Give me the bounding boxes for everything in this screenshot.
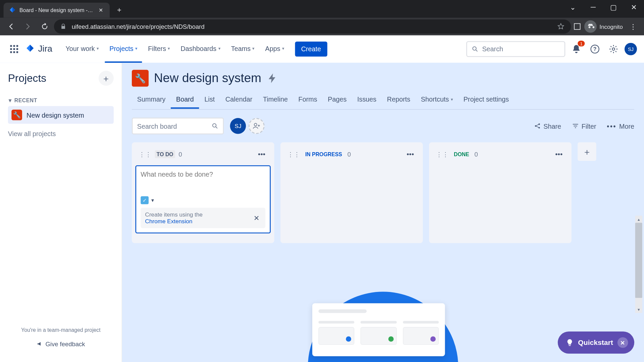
column-title: DONE <box>452 150 471 158</box>
tab-search-icon[interactable]: ⌄ <box>562 0 583 14</box>
drag-handle-icon[interactable]: ⋮⋮ <box>139 151 151 158</box>
tab-timeline[interactable]: Timeline <box>258 91 293 109</box>
search-icon <box>211 122 218 129</box>
app-switcher-button[interactable] <box>7 42 21 56</box>
nav-filters[interactable]: Filters▾ <box>144 35 174 62</box>
project-icon: 🔧 <box>11 110 22 120</box>
hint-close-icon[interactable]: ✕ <box>252 212 261 224</box>
incognito-icon <box>584 20 597 33</box>
tab-pages[interactable]: Pages <box>322 91 352 109</box>
create-button[interactable]: Create <box>295 41 327 56</box>
global-search[interactable]: Search <box>466 41 565 57</box>
jira-logo-icon <box>25 44 36 54</box>
quickstart-button[interactable]: Quickstart ✕ <box>558 331 634 354</box>
nav-your-work[interactable]: Your work▾ <box>61 35 103 62</box>
add-person-icon <box>253 122 261 130</box>
notifications-button[interactable]: 1 <box>569 41 584 56</box>
new-tab-button[interactable]: ＋ <box>113 4 126 16</box>
issue-type-icon[interactable]: ✓ <box>141 196 149 204</box>
extensions-icon[interactable] <box>573 22 582 31</box>
help-icon: ? <box>590 44 600 54</box>
help-button[interactable]: ? <box>587 41 602 56</box>
column-to-do: ⋮⋮TO DO0•••✓▾Create items using theChrom… <box>132 142 274 243</box>
automation-icon[interactable] <box>267 72 278 84</box>
nav-dashboards[interactable]: Dashboards▾ <box>176 35 225 62</box>
chevron-down-icon[interactable]: ▾ <box>151 197 154 203</box>
create-card[interactable]: ✓▾Create items using theChrome Extension… <box>136 165 271 233</box>
nav-apps[interactable]: Apps▾ <box>261 35 288 62</box>
svg-point-0 <box>473 47 476 50</box>
svg-point-3 <box>612 48 614 50</box>
tab-shortcuts[interactable]: Shortcuts ▾ <box>416 91 458 109</box>
share-button[interactable]: Share <box>534 122 561 130</box>
column-done: ⋮⋮DONE0••• <box>429 142 572 243</box>
incognito-indicator[interactable]: Incognito <box>584 20 623 33</box>
view-all-projects-link[interactable]: View all projects <box>4 126 117 141</box>
svg-point-5 <box>254 123 257 126</box>
sidebar-group-recent[interactable]: ▾RECENT <box>8 95 114 106</box>
quickstart-close-icon[interactable]: ✕ <box>618 337 628 348</box>
share-icon <box>534 122 541 129</box>
lightbulb-icon <box>566 339 574 347</box>
browser-tab[interactable]: Board - New design system - Jira ✕ <box>4 3 110 18</box>
board-scrollbar[interactable]: ▴▾ <box>635 216 642 313</box>
tab-board[interactable]: Board <box>171 91 199 109</box>
drag-handle-icon[interactable]: ⋮⋮ <box>436 151 448 158</box>
browser-menu-icon[interactable]: ⋮ <box>626 19 641 34</box>
sidebar-project-name: New design system <box>26 111 84 119</box>
jira-favicon <box>9 7 16 14</box>
create-project-button[interactable]: ＋ <box>99 71 114 86</box>
search-board-input[interactable]: Search board <box>132 118 224 134</box>
add-people-button[interactable] <box>249 118 264 134</box>
column-more-icon[interactable]: ••• <box>256 148 267 160</box>
bookmark-star-icon[interactable] <box>557 22 565 31</box>
empty-state-illustration <box>308 292 458 362</box>
assignee-avatar[interactable]: SJ <box>230 118 246 134</box>
project-title: New design system <box>154 71 261 85</box>
sidebar-project-item[interactable]: 🔧 New design system <box>8 106 114 124</box>
give-feedback-link[interactable]: Give feedback <box>9 338 113 350</box>
nav-projects[interactable]: Projects▾ <box>105 35 142 62</box>
jira-logo[interactable]: Jira <box>25 44 52 54</box>
card-summary-input[interactable] <box>141 171 265 192</box>
chrome-extension-link[interactable]: Chrome Extension <box>145 218 193 225</box>
column-title: TO DO <box>155 150 175 158</box>
column-in-progress: ⋮⋮IN PROGRESS0••• <box>280 142 423 243</box>
sidebar-heading: Projects <box>8 72 46 84</box>
tab-reports[interactable]: Reports <box>382 91 416 109</box>
tab-project-settings[interactable]: Project settings <box>458 91 514 109</box>
close-window-button[interactable]: ✕ <box>624 0 644 14</box>
address-bar[interactable]: uifeed.atlassian.net/jira/core/projects/… <box>54 19 571 34</box>
chrome-extension-hint: Create items using theChrome Extension✕ <box>141 208 265 228</box>
close-tab-icon[interactable]: ✕ <box>97 7 104 14</box>
search-board-placeholder: Search board <box>137 122 177 130</box>
add-column-button[interactable]: ＋ <box>578 142 596 161</box>
reload-button[interactable] <box>37 19 52 34</box>
drag-handle-icon[interactable]: ⋮⋮ <box>287 151 300 158</box>
filter-button[interactable]: Filter <box>572 122 596 130</box>
project-tabs: SummaryBoardListCalendarTimelineFormsPag… <box>132 91 634 110</box>
tab-list[interactable]: List <box>199 91 220 109</box>
minimize-button[interactable]: ─ <box>583 0 603 14</box>
column-more-icon[interactable]: ••• <box>405 148 416 160</box>
jira-wordmark: Jira <box>38 44 52 54</box>
back-button[interactable] <box>4 19 19 34</box>
settings-button[interactable] <box>606 41 621 56</box>
maximize-button[interactable]: ▢ <box>603 0 624 14</box>
more-button[interactable]: •••More <box>607 122 634 130</box>
tab-summary[interactable]: Summary <box>132 91 171 109</box>
quickstart-label: Quickstart <box>578 339 613 347</box>
nav-teams[interactable]: Teams▾ <box>227 35 259 62</box>
projects-sidebar: Projects ＋ ▾RECENT 🔧 New design system V… <box>0 63 122 362</box>
forward-button[interactable] <box>20 19 36 34</box>
tab-calendar[interactable]: Calendar <box>220 91 258 109</box>
jira-top-nav: Jira Your work▾Projects▾Filters▾Dashboar… <box>0 35 644 63</box>
profile-avatar[interactable]: SJ <box>625 43 637 55</box>
column-more-icon[interactable]: ••• <box>553 148 565 160</box>
project-avatar: 🔧 <box>132 70 149 86</box>
megaphone-icon <box>37 341 43 347</box>
tab-forms[interactable]: Forms <box>293 91 323 109</box>
window-controls: ⌄ ─ ▢ ✕ <box>562 0 644 14</box>
tab-issues[interactable]: Issues <box>352 91 382 109</box>
incognito-label: Incognito <box>599 23 623 30</box>
